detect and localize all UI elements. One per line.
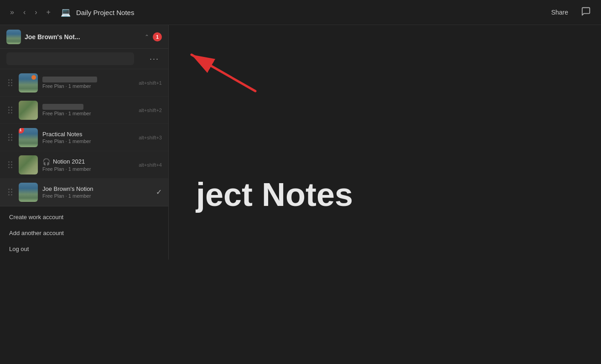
account-name: Joe Brown's Notion [42, 185, 151, 192]
account-info: Joe Brown's Notion Free Plan · 1 member [42, 185, 151, 199]
account-item[interactable]: 1 Practical Notes Free Plan · 1 member a… [0, 124, 168, 151]
headphones-icon: 🎧 [42, 158, 50, 165]
account-info: 🎧 Notion 2021 Free Plan · 1 member [42, 158, 134, 172]
topbar-right: Share [547, 5, 594, 21]
account-shortcut: alt+shift+2 [139, 108, 162, 113]
expand-icon[interactable]: » [7, 6, 17, 18]
account-item[interactable]: 🎧 Notion 2021 Free Plan · 1 member alt+s… [0, 151, 168, 179]
blurred-name [42, 104, 83, 110]
bottom-actions: Create work account Add another account … [0, 206, 168, 260]
chevron-down-icon: ⌃ [145, 34, 149, 40]
share-button[interactable]: Share [547, 6, 573, 18]
checkmark-icon: ✓ [156, 188, 162, 196]
drag-handle [6, 159, 14, 170]
account-plan: Free Plan · 1 member [42, 111, 134, 116]
workspace-notification-badge: 1 [153, 32, 162, 41]
main-content: ject Notes [169, 25, 601, 364]
add-another-account-button[interactable]: Add another account [0, 225, 168, 241]
account-info: Practical Notes Free Plan · 1 member [42, 131, 134, 144]
account-plan: Free Plan · 1 member [42, 193, 151, 199]
topbar-left: » ‹ › + 💻 Daily Project Notes [7, 6, 547, 18]
account-info: Free Plan · 1 member [42, 77, 134, 89]
account-item[interactable]: Free Plan · 1 member alt+shift+2 [0, 97, 168, 124]
account-name [42, 77, 134, 82]
log-out-button[interactable]: Log out [0, 241, 168, 257]
account-item[interactable]: Free Plan · 1 member alt+shift+1 [0, 69, 168, 97]
comment-icon[interactable] [578, 5, 594, 21]
account-item-active[interactable]: Joe Brown's Notion Free Plan · 1 member … [0, 179, 168, 206]
account-list: Free Plan · 1 member alt+shift+1 Free P [0, 69, 168, 206]
drag-handle [6, 77, 14, 88]
account-name: 🎧 Notion 2021 [42, 158, 134, 165]
account-shortcut: alt+shift+1 [139, 80, 162, 86]
account-shortcut: alt+shift+3 [139, 135, 162, 140]
account-thumbnail: 1 [19, 128, 38, 147]
account-name [42, 104, 134, 110]
drag-handle [6, 132, 14, 143]
back-button[interactable]: ‹ [21, 6, 28, 18]
main-page-title: ject Notes [196, 176, 353, 213]
account-shortcut: alt+shift+4 [139, 162, 162, 168]
account-plan: Free Plan · 1 member [42, 138, 134, 144]
forward-button[interactable]: › [32, 6, 40, 18]
sidebar-panel: Joe Brown's Not... ⌃ 1 ··· [0, 25, 169, 260]
account-plan: Free Plan · 1 member [42, 166, 134, 172]
page-title: Daily Project Notes [76, 9, 135, 16]
workspace-header[interactable]: Joe Brown's Not... ⌃ 1 [0, 25, 168, 49]
workspace-avatar [6, 30, 21, 44]
add-page-button[interactable]: + [44, 6, 53, 18]
account-thumbnail [19, 155, 38, 174]
account-name: Practical Notes [42, 131, 134, 138]
topbar: » ‹ › + 💻 Daily Project Notes Share [0, 0, 601, 25]
blurred-name [42, 77, 97, 82]
account-thumbnail [19, 183, 38, 202]
drag-handle [6, 187, 14, 197]
create-work-account-button[interactable]: Create work account [0, 209, 168, 225]
three-dots-menu-button[interactable]: ··· [147, 53, 162, 65]
account-color-indicator [31, 75, 36, 80]
page-icon: 💻 [61, 7, 71, 17]
search-row: ··· [0, 49, 168, 69]
account-plan: Free Plan · 1 member [42, 83, 134, 89]
account-info: Free Plan · 1 member [42, 104, 134, 116]
account-thumbnail [19, 73, 38, 92]
search-input[interactable] [6, 52, 134, 65]
drag-handle [6, 105, 14, 115]
account-thumbnail [19, 101, 38, 120]
workspace-name: Joe Brown's Not... [25, 33, 141, 41]
